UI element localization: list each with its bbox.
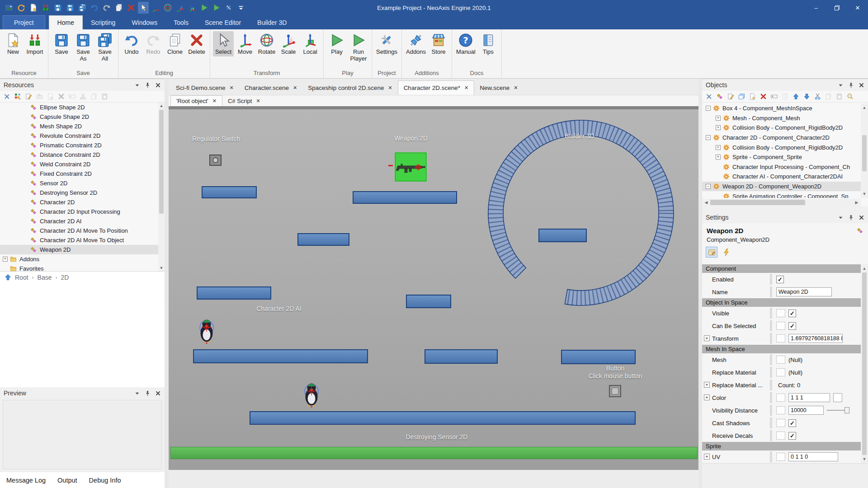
edit-icon[interactable] bbox=[726, 93, 735, 101]
platform-box[interactable] bbox=[353, 191, 457, 204]
objects-tree-item[interactable]: −Weapon 2D - Component_Weapon2D bbox=[702, 182, 861, 192]
paste-icon[interactable] bbox=[835, 93, 843, 101]
default-box[interactable] bbox=[776, 322, 785, 330]
resources-tree-item[interactable]: Sensor 2D bbox=[0, 178, 158, 188]
undo-button[interactable]: Undo bbox=[121, 31, 142, 56]
ribbon-tab-scene-editor[interactable]: Scene Editor bbox=[197, 15, 249, 29]
new-button[interactable]: New bbox=[3, 31, 24, 56]
resources-tree-item[interactable]: Character 2D AI Move To Object bbox=[0, 235, 158, 245]
close-icon[interactable] bbox=[155, 82, 161, 88]
object-tab[interactable]: 'Root object'✕ bbox=[170, 95, 222, 106]
save-all-icon[interactable] bbox=[77, 2, 88, 14]
resources-tree-item[interactable]: Character 2D AI Move To Position bbox=[0, 226, 158, 235]
play-button[interactable]: Play bbox=[326, 31, 347, 56]
clone-icon[interactable] bbox=[113, 2, 124, 14]
resources-tree-item[interactable]: Character 2D AI bbox=[0, 216, 158, 226]
close-icon[interactable] bbox=[155, 390, 161, 396]
default-box[interactable] bbox=[776, 432, 785, 440]
delete-icon[interactable] bbox=[57, 93, 65, 101]
scroll-up-icon[interactable]: ▲ bbox=[861, 104, 868, 111]
close-icon[interactable] bbox=[858, 82, 864, 88]
ribbon-tab-builder-3d[interactable]: Builder 3D bbox=[249, 15, 295, 29]
resource-pair-icon[interactable] bbox=[716, 93, 724, 101]
default-box[interactable] bbox=[776, 334, 785, 343]
default-box[interactable] bbox=[776, 419, 785, 427]
resources-tree-item[interactable]: Weld Constraint 2D bbox=[0, 160, 158, 169]
platform-box[interactable] bbox=[538, 229, 587, 242]
addons-button[interactable]: Addons bbox=[405, 31, 427, 56]
breadcrumb-segment[interactable]: 2D bbox=[61, 274, 69, 281]
search-icon[interactable] bbox=[846, 93, 854, 101]
copy-icon[interactable] bbox=[90, 93, 98, 101]
run-player-button[interactable]: Run Player bbox=[348, 31, 369, 63]
settings-group-component[interactable]: Component bbox=[702, 264, 861, 273]
weapon-2d-object[interactable] bbox=[395, 152, 427, 182]
slider[interactable] bbox=[827, 410, 849, 411]
resources-tree-item[interactable]: Weapon 2D bbox=[0, 245, 158, 254]
app-icon[interactable] bbox=[4, 2, 14, 14]
up-level-icon[interactable] bbox=[5, 274, 11, 281]
resources-scrollbar[interactable]: ▲ ▼ bbox=[158, 103, 165, 271]
redo-button[interactable]: Redo bbox=[143, 31, 164, 56]
regulator-switch-object[interactable] bbox=[209, 155, 222, 166]
tools-icon[interactable] bbox=[3, 93, 11, 101]
select-button[interactable]: Select bbox=[213, 31, 234, 56]
text-input[interactable]: 10000 bbox=[788, 406, 824, 415]
cut-icon[interactable] bbox=[813, 93, 821, 101]
move-up-icon[interactable] bbox=[792, 93, 800, 101]
left-splitter[interactable] bbox=[165, 79, 169, 488]
platform-box[interactable] bbox=[406, 295, 451, 308]
objects-tree-item[interactable]: +Collision Body - Component_RigidBody2D bbox=[702, 142, 861, 152]
pin-icon[interactable] bbox=[848, 82, 854, 88]
scrollbar-thumb[interactable] bbox=[159, 110, 164, 214]
expand-icon[interactable]: + bbox=[704, 335, 710, 341]
scale-icon[interactable] bbox=[175, 2, 185, 14]
local-button[interactable]: Local bbox=[300, 31, 321, 56]
delete-button[interactable]: Delete bbox=[186, 31, 207, 56]
expand-icon[interactable]: − bbox=[706, 106, 711, 111]
manual-button[interactable]: ?Manual bbox=[455, 31, 477, 56]
delete-icon[interactable] bbox=[759, 93, 767, 101]
scene-tab[interactable]: New.scene✕ bbox=[474, 80, 523, 95]
paste-icon[interactable] bbox=[100, 93, 108, 101]
more-icon[interactable] bbox=[236, 2, 246, 14]
expand-icon[interactable]: + bbox=[716, 116, 721, 121]
objects-tree-item[interactable]: −Character 2D - Component_Character2D bbox=[702, 133, 861, 143]
move-button[interactable]: Move bbox=[235, 31, 255, 56]
chevron-down-icon[interactable] bbox=[134, 390, 140, 396]
resources-tree-item[interactable]: Character 2D bbox=[0, 197, 158, 207]
default-box[interactable] bbox=[776, 406, 785, 414]
delete-icon[interactable] bbox=[126, 2, 137, 14]
cut-icon[interactable] bbox=[79, 93, 87, 101]
objects-tree-item[interactable]: −Box 4 - Component_MeshInSpace bbox=[702, 103, 861, 113]
default-box[interactable] bbox=[776, 394, 785, 402]
button-object[interactable] bbox=[609, 385, 621, 397]
text-input[interactable]: 1 1 1 bbox=[788, 393, 830, 402]
text-input[interactable]: Weapon 2D bbox=[776, 287, 832, 296]
chevron-down-icon[interactable] bbox=[837, 214, 844, 221]
scroll-left-icon[interactable]: ◀ bbox=[703, 199, 709, 206]
close-button[interactable]: ✕ bbox=[847, 0, 868, 15]
objects-tree-item[interactable]: Character Input Processing - Component_C… bbox=[702, 162, 861, 172]
scroll-down-icon[interactable]: ▼ bbox=[861, 191, 868, 197]
save-all-button[interactable]: Save All bbox=[94, 31, 115, 63]
dock-tab-message-log[interactable]: Message Log bbox=[6, 477, 46, 484]
save-as-button[interactable]: Save As bbox=[73, 31, 94, 63]
scene-viewport[interactable]: Regulator SwitchWeapon 2DBuilder 3DChara… bbox=[169, 106, 698, 470]
settings-icon[interactable] bbox=[223, 2, 234, 14]
checkbox[interactable]: ✓ bbox=[788, 419, 796, 427]
store-button[interactable]: Store bbox=[428, 31, 449, 56]
new-file-icon[interactable] bbox=[28, 2, 39, 14]
scrollbar-thumb[interactable] bbox=[862, 135, 867, 171]
dock-tab-debug-info[interactable]: Debug Info bbox=[89, 477, 121, 484]
object-tab[interactable]: C# Script✕ bbox=[222, 95, 266, 106]
objects-tree-item[interactable]: Character AI - Component_Character2DAI bbox=[702, 172, 861, 182]
resources-tree-item[interactable]: Fixed Constraint 2D bbox=[0, 169, 158, 178]
character-2d-object[interactable] bbox=[302, 381, 321, 408]
platform-box[interactable] bbox=[202, 186, 257, 198]
expand-icon[interactable]: + bbox=[3, 257, 8, 262]
resources-tree-item[interactable]: Character 2D Input Processing bbox=[0, 207, 158, 216]
resources-tree-item[interactable]: Revolute Constraint 2D bbox=[0, 131, 158, 141]
run-player-icon[interactable] bbox=[211, 2, 222, 14]
edit-icon[interactable] bbox=[24, 93, 33, 101]
